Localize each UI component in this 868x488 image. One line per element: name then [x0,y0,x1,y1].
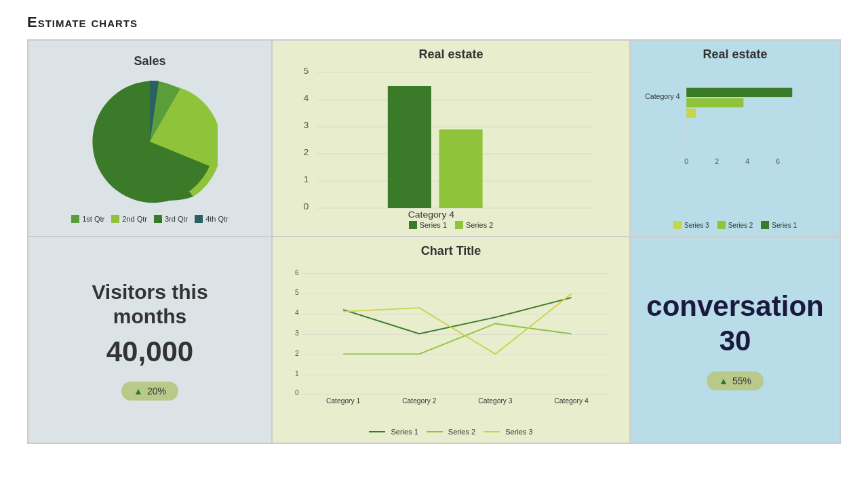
svg-text:3: 3 [295,329,299,337]
line-legend-label-s2: Series 2 [448,428,475,436]
visitors-up-icon: ▲ [134,386,143,396]
bar-legend-s1: Series 1 [409,221,447,229]
pie-legend: 1st Qtr 2nd Qtr 3rd Qtr 4th Qtr [71,215,229,223]
svg-text:2: 2 [295,350,299,357]
svg-text:2: 2 [715,157,719,165]
svg-text:Category 3: Category 3 [478,397,513,405]
svg-text:4: 4 [745,157,749,165]
hbar-legend-label-s3: Series 3 [684,222,709,229]
visitors-pct: 20% [147,386,166,396]
svg-text:1: 1 [304,175,309,184]
legend-3rd-qtr: 3rd Qtr [154,215,188,223]
svg-text:Category 4: Category 4 [554,397,589,405]
svg-text:0: 0 [304,202,309,211]
legend-label-4: 4th Qtr [205,215,229,223]
legend-color-1 [71,215,79,223]
legend-4th-qtr: 4th Qtr [195,215,229,223]
line-legend-s1: Series 1 [369,428,418,436]
svg-text:0: 0 [295,389,299,396]
line-chart-legend: Series 1 Series 2 Series 3 [369,428,532,436]
hbar-legend-s3: Series 3 [673,221,709,229]
bar-series1 [388,86,431,208]
bar-chart-container: 5 4 3 2 1 0 [279,67,623,218]
visitors-cell: Visitors this months 40,000 ▲ 20% [28,237,272,443]
line-chart-svg: 6 5 4 3 2 1 0 Category 1 [286,264,616,413]
conversation-line1: conversation [646,290,823,322]
legend-2nd-qtr: 2nd Qtr [111,215,147,223]
hbar-legend-label-s2: Series 2 [728,222,753,229]
bar-legend-s2: Series 2 [455,221,493,229]
svg-text:6: 6 [295,269,299,277]
conversation-cell: conversation 30 ▲ 55% [630,237,840,443]
legend-color-2 [111,215,119,223]
svg-text:5: 5 [304,66,309,76]
line-legend-s3: Series 3 [484,428,532,436]
line-chart-container: 6 5 4 3 2 1 0 Category 1 [279,264,623,425]
legend-label-2: 2nd Qtr [122,215,147,223]
hbar-legend: Series 3 Series 2 Series 1 [673,221,797,229]
legend-1st-qtr: 1st Qtr [71,215,104,223]
visitors-badge: ▲ 20% [121,382,178,401]
svg-text:4: 4 [295,309,299,317]
svg-text:Category 1: Category 1 [326,397,361,405]
line-s1 [343,298,571,333]
svg-text:Category 4: Category 4 [408,210,454,220]
line-s3 [343,294,571,354]
line-legend-color-s2 [427,431,443,432]
visitors-line1: Visitors this [92,281,208,303]
bar-chart-svg: 5 4 3 2 1 0 [293,67,609,216]
hbar-chart-container: Category 4 0 2 4 6 [637,67,833,218]
hbar-legend-s2: Series 2 [717,221,753,229]
svg-text:3: 3 [304,121,309,130]
hbar-s1 [686,88,792,97]
sales-pie-chart [82,74,218,209]
visitors-line2: months [113,305,186,327]
page-title: Estimate charts [27,14,841,31]
legend-label-1: 1st Qtr [82,215,104,223]
real-estate-bar-cell: Real estate 5 4 3 2 1 0 [272,40,630,237]
legend-color-4 [195,215,203,223]
svg-text:4: 4 [304,94,309,103]
hbar-legend-color-s2 [717,221,726,229]
line-s2 [343,324,571,354]
legend-label-3: 3rd Qtr [165,215,188,223]
line-legend-label-s3: Series 3 [505,428,532,436]
conversation-title: conversation 30 [646,289,823,358]
line-legend-color-s1 [369,431,385,432]
hbar-legend-color-s1 [761,221,769,229]
sales-cell: Sales [28,40,272,237]
svg-text:1: 1 [295,370,299,378]
line-legend-s2: Series 2 [427,428,475,436]
chart-title-title: Chart Title [421,244,481,258]
hbar-s2 [686,98,743,107]
hbar-legend-label-s1: Series 1 [772,222,797,229]
hbar-s3 [686,108,696,117]
hbar-legend-color-s3 [673,221,682,229]
conversation-pct: 55% [732,375,751,386]
line-legend-color-s3 [484,431,500,432]
bar-legend-color-s1 [409,221,417,229]
svg-text:2: 2 [304,148,309,157]
hbar-legend-s1: Series 1 [761,221,797,229]
dashboard-grid: Sales [27,39,841,444]
bar-legend-label-s2: Series 2 [466,221,493,229]
bar-series2 [439,129,483,208]
svg-text:Category 4: Category 4 [645,92,680,100]
chart-title-cell: Chart Title 6 5 4 3 2 1 0 [272,237,630,443]
conversation-up-icon: ▲ [719,375,728,386]
visitors-number: 40,000 [106,336,193,368]
hbar-svg: Category 4 0 2 4 6 [644,67,826,189]
svg-text:0: 0 [684,157,688,165]
line-legend-label-s1: Series 1 [391,428,418,436]
legend-color-3 [154,215,162,223]
svg-text:5: 5 [295,289,299,296]
page: Estimate charts Sales [0,0,868,451]
real-estate-hbar-title: Real estate [703,47,767,62]
conversation-number: 30 [719,325,751,357]
svg-text:Category 2: Category 2 [402,397,437,405]
sales-title: Sales [134,54,165,68]
pie-svg-proper [82,74,218,209]
real-estate-hbar-cell: Real estate Category 4 0 2 4 6 [630,40,840,237]
bar-legend-label-s1: Series 1 [420,221,447,229]
bar-legend-color-s2 [455,221,463,229]
